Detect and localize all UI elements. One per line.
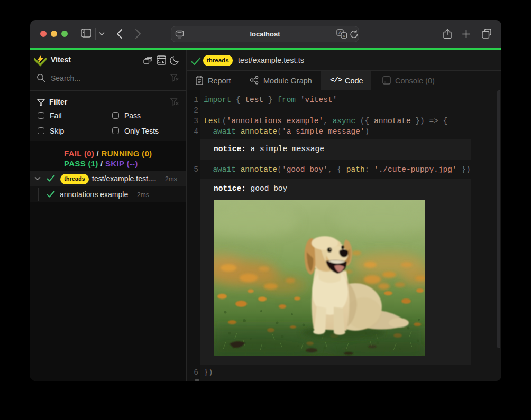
svg-text:x: x — [343, 33, 345, 38]
